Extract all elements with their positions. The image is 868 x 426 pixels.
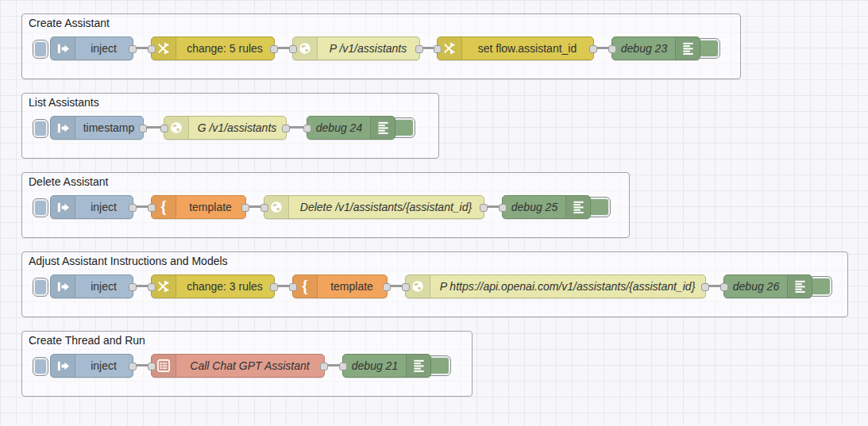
inject-button-fill — [35, 280, 46, 294]
inject-button-fill — [35, 42, 46, 56]
debug-toggle-fill — [699, 40, 718, 56]
input-port[interactable] — [402, 283, 410, 291]
input-port[interactable] — [289, 283, 297, 291]
node-label: P https://api.openai.com/v1/assistants/{… — [430, 275, 705, 297]
node-template[interactable]: { template — [151, 195, 246, 219]
input-port[interactable] — [260, 204, 268, 212]
output-port[interactable] — [415, 45, 423, 53]
inject-icon — [51, 37, 75, 59]
output-port[interactable] — [320, 363, 328, 370]
node-change[interactable]: change: 3 rules — [151, 274, 275, 298]
node-inject[interactable]: inject — [50, 195, 133, 219]
inject-icon — [51, 275, 75, 297]
node-label: inject — [75, 37, 133, 59]
node-debug[interactable]: debug 26 — [723, 274, 812, 298]
input-port[interactable] — [720, 283, 728, 291]
node-inject[interactable]: timestamp — [50, 116, 144, 140]
node-label: set flow.assistant_id — [461, 37, 593, 59]
node-label: inject — [75, 196, 133, 218]
inject-button[interactable] — [33, 40, 48, 59]
inject-button-fill — [35, 201, 46, 215]
node-template[interactable]: { template — [292, 274, 388, 298]
node-label: change: 5 rules — [176, 37, 274, 59]
input-port[interactable] — [339, 363, 347, 370]
node-inject[interactable]: inject — [50, 36, 133, 60]
inject-button-fill — [35, 121, 46, 136]
node-change[interactable]: set flow.assistant_id — [437, 36, 594, 60]
node-http-request[interactable]: P https://api.openai.com/v1/assistants/{… — [405, 274, 706, 298]
input-port[interactable] — [148, 204, 156, 212]
inject-button[interactable] — [33, 357, 48, 376]
inject-icon — [51, 355, 75, 377]
input-port[interactable] — [499, 204, 507, 212]
group-label: Adjust Assistant Instructions and Models — [29, 255, 228, 267]
input-port[interactable] — [160, 125, 168, 132]
input-port[interactable] — [608, 45, 616, 53]
list-lines-icon — [406, 355, 430, 377]
output-port[interactable] — [480, 204, 488, 212]
node-label: debug 25 — [503, 196, 566, 218]
output-port[interactable] — [383, 283, 391, 291]
debug-toggle-fill — [430, 358, 449, 374]
node-http-request[interactable]: Delete /v1/assistants/{assistant_id} — [264, 195, 484, 219]
input-port[interactable] — [434, 45, 442, 53]
inject-button[interactable] — [33, 119, 48, 138]
output-port[interactable] — [701, 283, 709, 291]
group-label: Create Thread and Run — [29, 334, 145, 347]
node-inject[interactable]: inject — [50, 274, 133, 298]
output-port[interactable] — [241, 204, 249, 212]
inject-icon — [51, 196, 75, 218]
node-debug[interactable]: debug 25 — [502, 195, 591, 219]
output-port[interactable] — [139, 125, 147, 132]
node-subflow-call-chatgpt[interactable]: Call Chat GPT Assistant — [151, 354, 325, 378]
node-debug[interactable]: debug 24 — [307, 116, 395, 140]
node-label: debug 21 — [343, 355, 407, 377]
node-label: template — [317, 275, 387, 297]
list-lines-icon — [565, 196, 590, 218]
node-label: G /v1/assistants — [188, 117, 286, 139]
node-http-request[interactable]: P /v1/assistants — [292, 36, 420, 60]
inject-button[interactable] — [33, 198, 48, 217]
input-port[interactable] — [148, 45, 156, 53]
group-label: Delete Assistant — [29, 175, 108, 188]
node-label: debug 23 — [612, 37, 676, 59]
debug-toggle-fill — [589, 199, 608, 215]
group-adjust-assistant[interactable]: Adjust Assistant Instructions and Models… — [21, 251, 848, 317]
node-http-request[interactable]: G /v1/assistants — [164, 116, 287, 140]
debug-toggle-fill — [394, 120, 413, 136]
group-label: List Assistants — [29, 96, 99, 109]
output-port[interactable] — [129, 45, 137, 53]
node-debug[interactable]: debug 21 — [342, 354, 431, 378]
node-label: timestamp — [75, 117, 143, 139]
input-port[interactable] — [289, 45, 297, 53]
node-inject[interactable]: inject — [50, 354, 133, 378]
group-label: Create Assistant — [29, 17, 110, 29]
flow-canvas[interactable]: Create Assistant inject change: 5 rules … — [0, 0, 868, 426]
group-create-assistant[interactable]: Create Assistant inject change: 5 rules … — [21, 13, 741, 79]
input-port[interactable] — [148, 363, 156, 370]
list-lines-icon — [787, 275, 812, 297]
node-debug[interactable]: debug 23 — [611, 36, 700, 60]
node-label: Delete /v1/assistants/{assistant_id} — [288, 196, 484, 218]
node-label: inject — [75, 275, 133, 297]
node-label: P /v1/assistants — [317, 37, 419, 59]
inject-button[interactable] — [33, 278, 48, 297]
output-port[interactable] — [270, 283, 278, 291]
input-port[interactable] — [148, 283, 156, 291]
input-port[interactable] — [303, 125, 311, 132]
output-port[interactable] — [129, 363, 137, 370]
group-list-assistants[interactable]: List Assistants timestamp G /v1/assistan… — [21, 93, 439, 159]
list-lines-icon — [675, 37, 700, 59]
group-delete-assistant[interactable]: Delete Assistant inject { template Delet… — [21, 172, 630, 238]
node-label: inject — [75, 355, 133, 377]
debug-toggle-fill — [811, 278, 830, 294]
output-port[interactable] — [270, 45, 278, 53]
output-port[interactable] — [129, 204, 137, 212]
group-create-thread-run[interactable]: Create Thread and Run inject Call Chat G… — [21, 331, 473, 397]
output-port[interactable] — [589, 45, 597, 53]
node-label: Call Chat GPT Assistant — [176, 355, 324, 377]
output-port[interactable] — [129, 283, 137, 291]
node-change[interactable]: change: 5 rules — [151, 36, 275, 60]
output-port[interactable] — [282, 125, 290, 132]
node-label: debug 24 — [307, 117, 371, 139]
